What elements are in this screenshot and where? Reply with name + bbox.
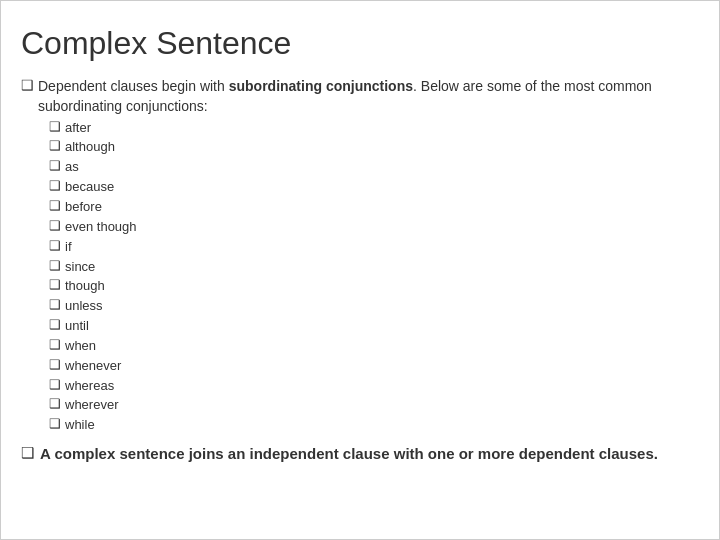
sub-text: if <box>65 238 72 257</box>
sub-text: while <box>65 416 95 435</box>
slide: Complex Sentence ❑ Dependent clauses beg… <box>0 0 720 540</box>
bullet-marker-2: ❑ <box>21 444 34 462</box>
sub-text: after <box>65 119 91 138</box>
sub-text: because <box>65 178 114 197</box>
sub-text: wherever <box>65 396 118 415</box>
list-item: ❑ though <box>49 277 691 296</box>
list-item: ❑ if <box>49 238 691 257</box>
sub-marker: ❑ <box>49 277 61 292</box>
list-item: ❑ since <box>49 258 691 277</box>
sub-conjunctions-list: ❑ after ❑ although ❑ as ❑ because ❑ befo… <box>49 119 691 436</box>
list-item: ❑ because <box>49 178 691 197</box>
bullet-text-1: Dependent clauses begin with subordinati… <box>38 76 691 117</box>
sub-text: as <box>65 158 79 177</box>
list-item: ❑ although <box>49 138 691 157</box>
bullet-text-2: A complex sentence joins an independent … <box>40 443 658 464</box>
list-item: ❑ wherever <box>49 396 691 415</box>
sub-text: before <box>65 198 102 217</box>
sub-marker: ❑ <box>49 138 61 153</box>
sub-marker: ❑ <box>49 258 61 273</box>
sub-marker: ❑ <box>49 377 61 392</box>
list-item: ❑ whereas <box>49 377 691 396</box>
sub-text: when <box>65 337 96 356</box>
sub-marker: ❑ <box>49 198 61 213</box>
list-item: ❑ unless <box>49 297 691 316</box>
sub-text: even though <box>65 218 137 237</box>
sub-text: until <box>65 317 89 336</box>
list-item: ❑ after <box>49 119 691 138</box>
sub-marker: ❑ <box>49 317 61 332</box>
sub-marker: ❑ <box>49 178 61 193</box>
sub-marker: ❑ <box>49 337 61 352</box>
list-item: ❑ while <box>49 416 691 435</box>
sub-marker: ❑ <box>49 119 61 134</box>
bullet-section-2: ❑ A complex sentence joins an independen… <box>21 443 691 464</box>
sub-text: unless <box>65 297 103 316</box>
sub-text: whereas <box>65 377 114 396</box>
sub-marker: ❑ <box>49 416 61 431</box>
list-item: ❑ before <box>49 198 691 217</box>
sub-text: though <box>65 277 105 296</box>
sub-marker: ❑ <box>49 357 61 372</box>
sub-text: since <box>65 258 95 277</box>
sub-marker: ❑ <box>49 238 61 253</box>
list-item: ❑ until <box>49 317 691 336</box>
list-item: ❑ even though <box>49 218 691 237</box>
list-item: ❑ whenever <box>49 357 691 376</box>
list-item: ❑ as <box>49 158 691 177</box>
sub-text: although <box>65 138 115 157</box>
sub-marker: ❑ <box>49 218 61 233</box>
sub-text: whenever <box>65 357 121 376</box>
bullet-section-1: ❑ Dependent clauses begin with subordina… <box>21 76 691 435</box>
bullet-marker-1: ❑ <box>21 77 34 93</box>
list-item: ❑ when <box>49 337 691 356</box>
slide-title: Complex Sentence <box>21 25 691 62</box>
bullet-item-1: ❑ Dependent clauses begin with subordina… <box>21 76 691 117</box>
sub-marker: ❑ <box>49 396 61 411</box>
sub-marker: ❑ <box>49 297 61 312</box>
sub-marker: ❑ <box>49 158 61 173</box>
